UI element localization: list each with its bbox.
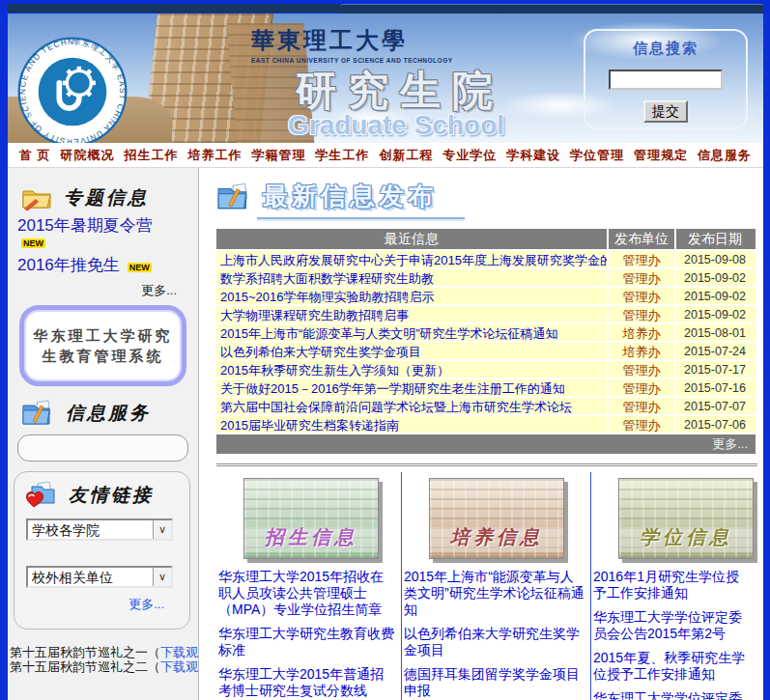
download-item: 第十五届秋韵节巡礼之二（下载观看） <box>10 659 198 674</box>
column-link[interactable]: 以色列希伯来大学研究生奖学金项目 <box>404 626 585 658</box>
nav-item[interactable]: 信息服务 <box>698 147 752 164</box>
admissions-banner-image: 招生信息 <box>243 478 379 559</box>
school-colleges-select[interactable]: 学校各学院 ∨ <box>26 518 173 541</box>
table-row: 2015年上海市“能源变革与人类文明”研究生学术论坛征稿通知培养办2015-08… <box>216 322 756 341</box>
news-more-link[interactable]: 更多... <box>216 434 756 454</box>
nav-item[interactable]: 创新工程 <box>379 147 433 164</box>
topic-item: 2015年暑期夏令营NEW <box>17 214 198 248</box>
university-name-cn: 華東理工大學 <box>251 25 453 56</box>
chevron-down-icon[interactable]: ∨ <box>153 568 171 586</box>
degree-caption: 学位信息 <box>619 524 753 550</box>
friend-links-header: 友情链接 <box>24 482 185 509</box>
search-submit-button[interactable]: 提交 <box>643 100 688 123</box>
topics-title: 专题信息 <box>64 185 149 210</box>
nav-item[interactable]: 管理规定 <box>634 147 688 164</box>
download-watch-link[interactable]: 下载观看 <box>160 659 199 674</box>
news-date: 2015-09-02 <box>674 269 754 286</box>
column-link[interactable]: 2015年上海市“能源变革与人类文明”研究生学术论坛征稿通知 <box>404 569 585 618</box>
news-date: 2015-07-16 <box>674 379 754 396</box>
latest-news-header: 最新信息发布 <box>216 180 763 213</box>
search-input[interactable] <box>609 70 723 90</box>
news-title-link[interactable]: 以色列希伯来大学研究生奖学金项目 <box>216 343 607 359</box>
news-title-link[interactable]: 数学系招聘大面积数学课程研究生助教 <box>216 269 607 286</box>
news-title-link[interactable]: 2015年上海市“能源变革与人类文明”研究生学术论坛征稿通知 <box>216 324 607 341</box>
news-title-link[interactable]: 关于做好2015－2016学年第一学期研究生老生注册工作的通知 <box>216 379 607 396</box>
nav-item[interactable]: 招生工作 <box>125 147 179 164</box>
sidebar: 专题信息 2015年暑期夏令营NEW2016年推免生NEW 更多... 华东理工… <box>8 168 199 700</box>
latest-news-title: 最新信息发布 <box>263 180 437 213</box>
download-item-text: 第十五届秋韵节巡礼之二（ <box>10 659 160 674</box>
nav-item[interactable]: 专业学位 <box>442 147 497 164</box>
news-unit: 管理办 <box>607 379 674 396</box>
news-date: 2015-08-01 <box>674 324 754 341</box>
friend-links-title: 友情链接 <box>69 483 154 508</box>
new-badge: NEW <box>128 263 152 272</box>
news-title-link[interactable]: 第六届中国社会保障前沿问题学术论坛暨上海市研究生学术论坛 <box>216 398 607 414</box>
column-link[interactable]: 华东理工大学2015年普通招考博士研究生复试分数线 <box>218 666 395 699</box>
topic-item: 2016年推免生NEW <box>17 254 198 276</box>
topic-link[interactable]: 2016年推免生 <box>17 256 120 274</box>
news-table: 最近信息 发布单位 发布日期 上海市人民政府发展研究中心关于申请2015年度上海… <box>216 229 756 454</box>
degree-links: 2016年1月研究生学位授予工作安排通知华东理工大学学位评定委员会公告2015年… <box>593 569 752 700</box>
nav-item[interactable]: 学生工作 <box>315 147 369 164</box>
nav-item[interactable]: 培养工作 <box>187 147 242 164</box>
topic-link[interactable]: 2015年暑期夏令营 <box>17 216 153 235</box>
search-label: 信息搜索 <box>585 40 746 58</box>
info-service-box <box>17 434 188 462</box>
mgmt-system-link[interactable]: 华东理工大学研究生教育管理系统 <box>19 305 186 386</box>
column-link[interactable]: 华东理工大学学位评定委员会公告2015年第1号 <box>593 690 752 700</box>
site-title-en: Graduate School <box>288 110 504 141</box>
column-link[interactable]: 华东理工大学2015年招收在职人员攻读公共管理硕士（MPA）专业学位招生简章 <box>218 569 395 618</box>
news-unit: 培养办 <box>607 324 674 341</box>
news-title-link[interactable]: 2015年秋季研究生新生入学须知（更新） <box>216 361 607 378</box>
news-table-header: 最近信息 发布单位 发布日期 <box>216 229 756 249</box>
column-link[interactable]: 2015年夏、秋季研究生学位授予工作安排通知 <box>593 650 752 683</box>
news-unit: 管理办 <box>607 416 674 433</box>
column-link[interactable]: 德国拜耳集团留学奖学金项目申报 <box>404 666 585 699</box>
nav-item[interactable]: 学科建设 <box>506 147 560 164</box>
news-table-body: 上海市人民政府发展研究中心关于申请2015年度上海发展研究奖学金的通知管理办20… <box>216 249 756 433</box>
news-date: 2015-07-07 <box>674 398 754 414</box>
news-title-link[interactable]: 大学物理课程研究生助教招聘启事 <box>216 306 607 322</box>
column-link[interactable]: 华东理工大学学位评定委员会公告2015年第2号 <box>593 609 752 642</box>
chevron-down-icon[interactable]: ∨ <box>153 520 171 539</box>
downloads-list: 第十五届秋韵节巡礼之一（下载观看）第十五届秋韵节巡礼之二（下载观看） <box>10 645 198 674</box>
header-banner: 华东理工大学 EAST CHINA UNIVERSITY OF SCIENCE … <box>8 14 763 143</box>
friend-links-box: 友情链接 学校各学院 ∨ 校外相关单位 ∨ 更多... <box>14 471 190 630</box>
column-link[interactable]: 华东理工大学研究生教育收费标准 <box>218 626 395 658</box>
news-unit: 培养办 <box>607 343 674 359</box>
news-date: 2015-09-08 <box>674 251 754 267</box>
col-header-unit: 发布单位 <box>607 229 674 249</box>
news-date: 2015-09-02 <box>674 288 754 304</box>
nav-item[interactable]: 研院概况 <box>61 147 115 164</box>
page-root: 华东理工大学 EAST CHINA UNIVERSITY OF SCIENCE … <box>0 0 770 700</box>
col-header-title: 最近信息 <box>216 229 607 249</box>
nav-item[interactable]: 学籍管理 <box>251 147 305 164</box>
news-date: 2015-07-17 <box>674 361 754 378</box>
topics-more-link[interactable]: 更多... <box>8 282 177 299</box>
col-header-date: 发布日期 <box>674 229 754 249</box>
folder-yellow-icon <box>21 185 54 210</box>
nav-item[interactable]: 学位管理 <box>570 147 624 164</box>
download-item: 第十五届秋韵节巡礼之一（下载观看） <box>10 645 198 659</box>
friend-links-more-link[interactable]: 更多... <box>18 596 164 613</box>
news-title-link[interactable]: 2015届毕业研究生档案转递指南 <box>216 416 607 433</box>
download-watch-link[interactable]: 下载观看 <box>160 645 199 659</box>
university-logo: 华东理工大学 EAST CHINA UNIVERSITY OF SCIENCE … <box>17 37 128 143</box>
admissions-links: 华东理工大学2015年招收在职人员攻读公共管理硕士（MPA）专业学位招生简章华东… <box>218 569 395 700</box>
external-units-select[interactable]: 校外相关单位 ∨ <box>26 566 173 588</box>
page-body: 专题信息 2015年暑期夏令营NEW2016年推免生NEW 更多... 华东理工… <box>8 168 763 700</box>
news-title-link[interactable]: 上海市人民政府发展研究中心关于申请2015年度上海发展研究奖学金的通知 <box>216 251 607 267</box>
training-banner-image: 培养信息 <box>429 478 564 559</box>
download-item-text: 第十五届秋韵节巡礼之一（ <box>10 645 160 659</box>
main-nav: 首 页研院概况招生工作培养工作学籍管理学生工作创新工程专业学位学科建设学位管理管… <box>8 143 763 168</box>
column-link[interactable]: 2016年1月研究生学位授予工作安排通知 <box>593 569 752 602</box>
table-row: 大学物理课程研究生助教招聘启事管理办2015-09-02 <box>216 304 756 322</box>
info-service-title: 信息服务 <box>66 401 151 426</box>
news-title-link[interactable]: 2015~2016学年物理实验助教招聘启示 <box>216 288 607 304</box>
table-row: 2015届毕业研究生档案转递指南管理办2015-07-06 <box>216 414 756 433</box>
nav-item[interactable]: 首 页 <box>19 147 51 164</box>
select-value: 校外相关单位 <box>28 568 153 586</box>
folder-blue-icon <box>216 182 253 211</box>
university-title-block: 華東理工大學 EAST CHINA UNIVERSITY OF SCIENCE … <box>251 25 453 64</box>
